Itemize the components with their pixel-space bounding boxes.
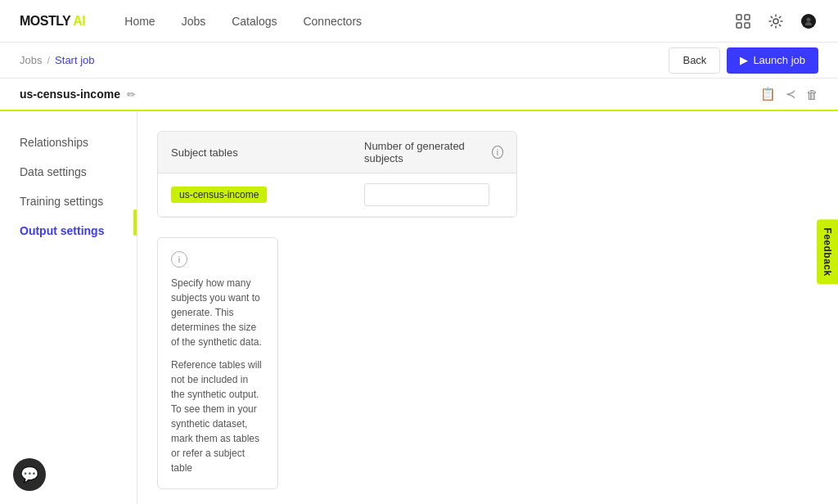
dataset-title: us-census-income	[20, 88, 120, 101]
breadcrumb-jobs[interactable]: Jobs	[20, 54, 42, 66]
user-icon[interactable]	[799, 11, 818, 31]
breadcrumb-actions: Back ▶ Launch job	[669, 47, 818, 74]
grid-icon[interactable]	[733, 11, 753, 31]
svg-rect-2	[737, 23, 741, 28]
nav-jobs[interactable]: Jobs	[182, 11, 206, 31]
nav-home[interactable]: Home	[124, 11, 155, 31]
svg-point-4	[773, 19, 778, 24]
breadcrumb-current: Start job	[55, 54, 94, 66]
back-button[interactable]: Back	[669, 47, 720, 74]
col-subject-tables: Subject tables	[158, 132, 351, 173]
sidebar-item-output-settings[interactable]: Output settings	[0, 216, 137, 245]
info-panel-paragraph-1: Specify how many subjects you want to ge…	[171, 276, 264, 349]
title-right: 📋 ≺ 🗑	[760, 87, 818, 101]
copy-icon[interactable]: 📋	[760, 87, 776, 101]
launch-label: Launch job	[753, 54, 805, 66]
subjects-table: Subject tables Number of generated subje…	[157, 131, 517, 218]
launch-button[interactable]: ▶ Launch job	[727, 47, 818, 74]
gear-icon[interactable]	[766, 11, 786, 31]
header-icons	[733, 11, 818, 31]
delete-icon[interactable]: 🗑	[806, 88, 818, 101]
breadcrumb: Jobs / Start job	[20, 54, 95, 66]
subject-tag: us-census-income	[171, 187, 267, 203]
edit-icon[interactable]: ✏	[127, 88, 136, 101]
main-layout: Relationships Data settings Training set…	[0, 111, 838, 504]
svg-rect-3	[745, 23, 750, 28]
feedback-tab[interactable]: Feedback	[817, 219, 838, 284]
sidebar-active-indicator	[133, 209, 137, 236]
content-area: Subject tables Number of generated subje…	[137, 111, 838, 504]
col-info-icon[interactable]: i	[492, 146, 503, 159]
header: MOSTLY AI Home Jobs Catalogs Connectors	[0, 0, 838, 43]
svg-rect-0	[737, 15, 741, 20]
subject-tag-cell: us-census-income	[158, 187, 351, 203]
breadcrumb-separator: /	[47, 54, 50, 66]
svg-rect-1	[745, 15, 750, 20]
share-icon[interactable]: ≺	[786, 87, 796, 101]
chat-bubble[interactable]: 💬	[13, 458, 46, 491]
generated-subjects-cell	[351, 183, 516, 206]
table-header: Subject tables Number of generated subje…	[158, 132, 516, 173]
info-panel: i Specify how many subjects you want to …	[157, 237, 278, 489]
info-panel-paragraph-2: Reference tables will not be included in…	[171, 358, 264, 475]
launch-icon: ▶	[740, 54, 748, 66]
sidebar: Relationships Data settings Training set…	[0, 111, 137, 504]
breadcrumb-bar: Jobs / Start job Back ▶ Launch job	[0, 43, 838, 79]
sidebar-item-training-settings[interactable]: Training settings	[0, 187, 137, 216]
svg-point-7	[807, 17, 811, 21]
chat-icon: 💬	[20, 466, 38, 484]
sidebar-item-relationships[interactable]: Relationships	[0, 128, 137, 157]
nav-connectors[interactable]: Connectors	[303, 11, 362, 31]
title-bar: us-census-income ✏ 📋 ≺ 🗑	[0, 79, 838, 111]
logo: MOSTLY AI	[20, 14, 85, 29]
info-panel-icon: i	[171, 251, 187, 268]
col-generated-subjects: Number of generated subjects i	[351, 132, 516, 173]
sidebar-item-data-settings[interactable]: Data settings	[0, 157, 137, 187]
nav-catalogs[interactable]: Catalogs	[232, 11, 277, 31]
generated-subjects-input[interactable]	[364, 183, 489, 206]
table-row: us-census-income	[158, 173, 516, 217]
title-left: us-census-income ✏	[20, 88, 136, 101]
